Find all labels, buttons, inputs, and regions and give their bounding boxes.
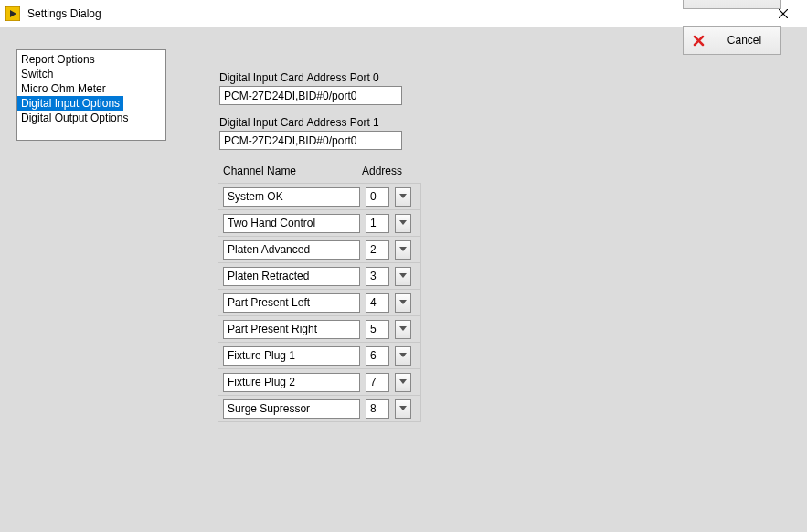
address-input[interactable] bbox=[366, 320, 389, 339]
channel-name-input[interactable] bbox=[223, 346, 360, 366]
table-row bbox=[218, 343, 420, 369]
address-input[interactable] bbox=[366, 240, 389, 260]
cancel-label: Cancel bbox=[717, 34, 771, 47]
channel-name-input[interactable] bbox=[223, 214, 360, 233]
address-dropdown-button[interactable] bbox=[395, 187, 411, 207]
address-input[interactable] bbox=[366, 346, 389, 366]
channel-name-input[interactable] bbox=[223, 373, 360, 392]
category-listbox[interactable]: Report Options Switch Micro Ohm Meter Di… bbox=[16, 49, 166, 141]
address-dropdown-button[interactable] bbox=[395, 293, 411, 313]
svg-marker-6 bbox=[399, 247, 407, 251]
svg-marker-5 bbox=[399, 220, 407, 225]
header-channel-name: Channel Name bbox=[223, 165, 362, 177]
chevron-down-icon bbox=[399, 247, 407, 252]
chevron-down-icon bbox=[399, 220, 407, 226]
port1-input[interactable] bbox=[219, 131, 402, 150]
ok-label: OK bbox=[718, 0, 771, 1]
listbox-item-digital-output-options[interactable]: Digital Output Options bbox=[17, 111, 165, 125]
address-dropdown-button[interactable] bbox=[395, 240, 411, 260]
table-header: Channel Name Address bbox=[218, 165, 421, 177]
table-row bbox=[218, 316, 420, 343]
listbox-item-report-options[interactable]: Report Options bbox=[17, 52, 165, 67]
dialog-content: Report Options Switch Micro Ohm Meter Di… bbox=[0, 27, 807, 64]
chevron-down-icon bbox=[399, 353, 407, 358]
channel-table: Channel Name Address bbox=[218, 165, 421, 422]
chevron-down-icon bbox=[399, 300, 407, 305]
address-input[interactable] bbox=[366, 187, 389, 207]
ok-button[interactable]: OK bbox=[683, 0, 781, 9]
table-row bbox=[218, 369, 420, 396]
channel-name-input[interactable] bbox=[223, 293, 360, 313]
address-dropdown-button[interactable] bbox=[395, 267, 411, 286]
svg-marker-10 bbox=[399, 353, 407, 357]
channel-name-input[interactable] bbox=[223, 399, 360, 419]
svg-marker-7 bbox=[399, 273, 407, 278]
port0-label: Digital Input Card Address Port 0 bbox=[219, 71, 475, 84]
channel-name-input[interactable] bbox=[223, 267, 360, 286]
cancel-button[interactable]: Cancel bbox=[683, 26, 781, 55]
table-body bbox=[218, 183, 421, 422]
port1-label: Digital Input Card Address Port 1 bbox=[219, 116, 475, 129]
form-area: Digital Input Card Address Port 0 Digita… bbox=[219, 71, 475, 161]
window-title: Settings Dialog bbox=[27, 7, 101, 20]
port0-input[interactable] bbox=[219, 86, 402, 105]
address-input[interactable] bbox=[366, 293, 389, 313]
address-dropdown-button[interactable] bbox=[395, 399, 411, 419]
svg-marker-4 bbox=[399, 194, 407, 198]
app-icon bbox=[5, 6, 20, 21]
x-icon bbox=[693, 35, 705, 47]
chevron-down-icon bbox=[399, 194, 407, 199]
table-row bbox=[218, 290, 420, 316]
table-row bbox=[218, 263, 420, 290]
table-row bbox=[218, 237, 420, 263]
address-dropdown-button[interactable] bbox=[395, 320, 411, 339]
table-row bbox=[218, 396, 420, 422]
address-dropdown-button[interactable] bbox=[395, 214, 411, 233]
listbox-item-micro-ohm-meter[interactable]: Micro Ohm Meter bbox=[17, 81, 165, 96]
channel-name-input[interactable] bbox=[223, 320, 360, 339]
button-area: OK Cancel bbox=[683, 0, 781, 55]
svg-marker-12 bbox=[399, 406, 407, 410]
address-input[interactable] bbox=[366, 267, 389, 286]
chevron-down-icon bbox=[399, 326, 407, 332]
listbox-item-switch[interactable]: Switch bbox=[17, 67, 165, 81]
chevron-down-icon bbox=[399, 273, 407, 279]
svg-marker-11 bbox=[399, 379, 407, 384]
chevron-down-icon bbox=[399, 406, 407, 411]
channel-name-input[interactable] bbox=[223, 187, 360, 207]
address-dropdown-button[interactable] bbox=[395, 373, 411, 392]
address-input[interactable] bbox=[366, 373, 389, 392]
svg-marker-8 bbox=[399, 300, 407, 304]
listbox-item-digital-input-options[interactable]: Digital Input Options bbox=[17, 96, 123, 111]
header-address: Address bbox=[362, 165, 417, 177]
svg-marker-9 bbox=[399, 326, 407, 331]
address-input[interactable] bbox=[366, 399, 389, 419]
chevron-down-icon bbox=[399, 379, 407, 385]
channel-name-input[interactable] bbox=[223, 240, 360, 260]
table-row bbox=[218, 184, 420, 210]
table-row bbox=[218, 210, 420, 237]
address-input[interactable] bbox=[366, 214, 389, 233]
check-icon bbox=[693, 0, 706, 1]
address-dropdown-button[interactable] bbox=[395, 346, 411, 366]
